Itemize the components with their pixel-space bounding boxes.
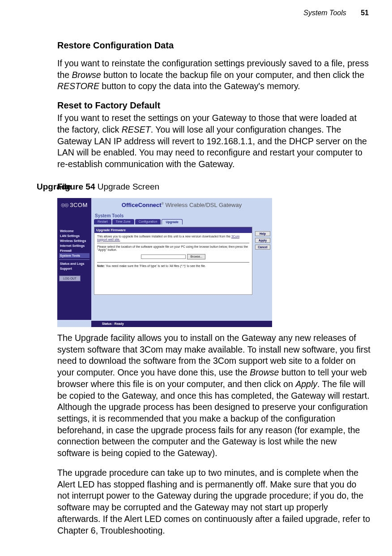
file-input-row: Browse...: [97, 254, 249, 259]
logout-button[interactable]: LOG OUT: [59, 276, 81, 281]
figure-caption: Figure 54 Upgrade Screen: [57, 182, 371, 192]
para-upgrade-2: The upgrade procedure can take up to two…: [57, 467, 371, 536]
router-right-buttons: Help Apply Cancel: [255, 231, 270, 250]
sidebar-item-lan[interactable]: LAN Settings: [59, 233, 89, 238]
page-number: 51: [361, 9, 369, 17]
cancel-button[interactable]: Cancel: [255, 245, 270, 250]
router-body: Welcome LAN Settings Wireless Settings I…: [57, 227, 272, 320]
status-bar: Status : Ready: [91, 321, 272, 327]
router-ui: ◎◎ 3COM OfficeConnect® Wireless Cable/DS…: [57, 198, 272, 327]
tab-configuration[interactable]: Configuration: [135, 219, 161, 224]
sidebar-item-firewall[interactable]: Firewall: [59, 248, 89, 253]
tab-timezone[interactable]: Time Zone: [112, 219, 134, 224]
para-reset: If you want to reset the settings on you…: [57, 112, 371, 170]
router-title: OfficeConnect® Wireless Cable/DSL Gatewa…: [91, 202, 272, 208]
browse-button[interactable]: Browse...: [187, 254, 205, 259]
help-button[interactable]: Help: [255, 231, 270, 236]
tab-upgrade[interactable]: Upgrade: [162, 219, 182, 224]
para-restore: If you want to reinstate the configurati…: [57, 58, 371, 92]
router-header: ◎◎ 3COM OfficeConnect® Wireless Cable/DS…: [57, 198, 272, 212]
heading-restore: Restore Configuration Data: [57, 40, 371, 51]
sidebar-item-systemtools[interactable]: System Tools: [59, 253, 89, 258]
header-section: System Tools: [303, 9, 346, 17]
sidebar-item-welcome[interactable]: Welcome: [59, 228, 89, 233]
sidebar-item-internet[interactable]: Internet Settings: [59, 243, 89, 248]
logo-3com: ◎◎ 3COM: [57, 198, 91, 212]
page: System Tools 51 Restore Configuration Da…: [0, 0, 392, 556]
body-column: Restore Configuration Data If you want t…: [57, 40, 371, 170]
panel-note: Note: You need make sure the 'Files of t…: [97, 264, 249, 267]
tab-restart[interactable]: Restart: [94, 219, 111, 224]
panel-text2: Please select the location of the softwa…: [97, 245, 249, 251]
panel-body: This allows you to upgrade the software …: [94, 233, 252, 269]
sidebar-item-wireless[interactable]: Wireless Settings: [59, 238, 89, 243]
running-header: System Tools 51: [21, 9, 371, 17]
router-sidebar: Welcome LAN Settings Wireless Settings I…: [57, 227, 91, 320]
sidebar-label-upgrade: Upgrade: [37, 182, 71, 192]
logo-rings-icon: ◎◎: [61, 202, 68, 208]
router-section-title: System Tools: [94, 212, 272, 219]
router-tabs: Restart Time Zone Configuration Upgrade: [94, 219, 272, 224]
panel-text1: This allows you to upgrade the software …: [97, 235, 249, 241]
sidebar-item-support[interactable]: Support: [59, 266, 89, 271]
sidebar-item-status[interactable]: Status and Logs: [59, 261, 89, 266]
section-upgrade: Upgrade Figure 54 Upgrade Screen ◎◎ 3COM…: [21, 182, 371, 536]
file-path-input[interactable]: [141, 254, 186, 259]
router-subheader: System Tools Restart Time Zone Configura…: [57, 212, 272, 227]
router-main-panel: Upgrade Firmware This allows you to upgr…: [94, 227, 252, 295]
heading-reset: Reset to Factory Default: [57, 100, 371, 111]
panel-title: Upgrade Firmware: [94, 227, 252, 233]
para-upgrade-1: The Upgrade facility allows you to insta…: [57, 332, 371, 459]
apply-button[interactable]: Apply: [255, 238, 270, 243]
figure-upgrade-screen: ◎◎ 3COM OfficeConnect® Wireless Cable/DS…: [57, 198, 272, 327]
